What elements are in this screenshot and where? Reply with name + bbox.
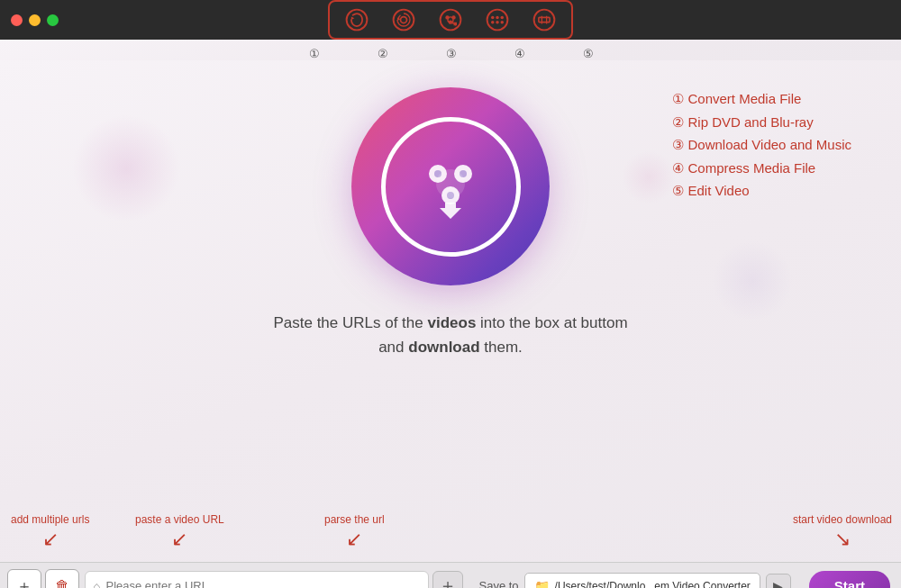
toolbar-btn-rip[interactable] [380,4,427,36]
ann-add-multiple-arrow: ↙ [42,529,59,549]
annotation-paste-url: paste a video URL ↙ [135,513,224,549]
decorative-blob-2 [712,240,793,321]
toolbar-num-5: ⑤ [565,47,612,60]
decorative-blob-3 [622,150,676,204]
save-path-text: /Users/test/Downlo...em Video Converter [555,580,751,589]
app-logo [351,87,550,285]
feature-item-4: ④ Compress Media File [672,157,851,180]
ann-start-download-label: start video download [793,513,892,526]
titlebar [0,0,901,40]
svg-point-10 [496,16,499,20]
save-to-label: Save to [479,579,519,588]
main-content: ① Convert Media File ② Rip DVD and Blu-r… [0,60,901,588]
svg-point-13 [496,21,499,24]
trash-icon: 🗑 [55,578,69,589]
ann-paste-url-arrow: ↙ [171,529,187,549]
annotation-start-download: start video download ↘ [793,513,892,549]
bottom-bar: ＋ 🗑 ⌂ ＋ Save to 📁 /Users/test/Downlo...e… [0,562,901,588]
start-button[interactable]: Start [809,571,890,589]
toolbar-num-3: ③ [428,47,475,60]
toolbar-numbers: ① ② ③ ④ ⑤ [289,47,612,60]
svg-point-8 [487,10,508,31]
instruction-line2: and download them. [378,339,523,356]
svg-point-25 [436,169,465,198]
toolbar-btn-compress[interactable] [474,4,521,36]
feature-item-1: ① Convert Media File [672,87,851,111]
feature-item-3: ③ Download Video and Music [672,133,851,157]
home-icon: ⌂ [93,579,100,589]
arrow-right-icon: ▶ [773,579,783,589]
svg-rect-16 [539,17,550,22]
feature-item-2: ② Rip DVD and Blu-ray [672,111,851,134]
close-button[interactable] [11,14,23,26]
toolbar-num-4: ④ [496,47,543,60]
app-logo-svg [405,141,496,231]
instruction-text: Paste the URLs of the videos into the bo… [273,311,627,359]
annotation-parse-url: parse the url ↙ [324,513,385,549]
toolbar-num-1: ① [291,47,338,60]
ann-parse-url-label: parse the url [324,513,385,526]
toolbar-btn-download[interactable] [427,4,474,36]
annotation-add-multiple: add multiple urls ↙ [11,513,89,549]
svg-point-9 [491,16,495,20]
toolbar-btn-edit[interactable] [521,4,568,36]
svg-point-2 [401,17,407,23]
decorative-blob-1 [72,114,180,222]
delete-url-button[interactable]: 🗑 [45,569,79,589]
toolbar-num-2: ② [359,47,406,60]
svg-point-3 [441,10,461,31]
save-path-arrow-button[interactable]: ▶ [766,574,791,589]
save-path-button[interactable]: 📁 /Users/test/Downlo...em Video Converte… [524,573,760,589]
minimize-button[interactable] [29,14,41,26]
feature-list: ① Convert Media File ② Rip DVD and Blu-r… [672,87,851,203]
add-url-button[interactable]: ＋ [7,569,41,589]
ann-parse-url-arrow: ↙ [346,529,362,549]
ann-add-multiple-label: add multiple urls [11,513,89,526]
svg-point-11 [501,16,505,20]
add-icon: ＋ [16,575,32,589]
main-toolbar [328,0,573,40]
svg-point-12 [491,21,495,24]
feature-item-5: ⑤ Edit Video [672,179,851,203]
parse-url-button[interactable]: ＋ [432,571,463,589]
url-input[interactable] [105,579,420,588]
folder-icon: 📁 [534,579,550,589]
url-input-wrap: ⌂ [85,571,429,589]
plus-icon: ＋ [439,574,457,588]
svg-point-1 [394,10,414,31]
instruction-line1: Paste the URLs of the videos into the bo… [273,314,627,331]
save-to-section: Save to 📁 /Users/test/Downlo...em Video … [479,573,791,589]
maximize-button[interactable] [47,14,59,26]
svg-point-0 [347,10,368,31]
svg-point-15 [534,10,555,31]
toolbar-btn-convert[interactable] [333,4,380,36]
svg-point-14 [501,21,505,24]
app-logo-inner [381,117,521,257]
window-controls [11,14,59,26]
ann-start-download-arrow: ↘ [834,529,851,549]
annotations-layer: add multiple urls ↙ paste a video URL ↙ … [0,484,901,556]
ann-paste-url-label: paste a video URL [135,513,224,526]
